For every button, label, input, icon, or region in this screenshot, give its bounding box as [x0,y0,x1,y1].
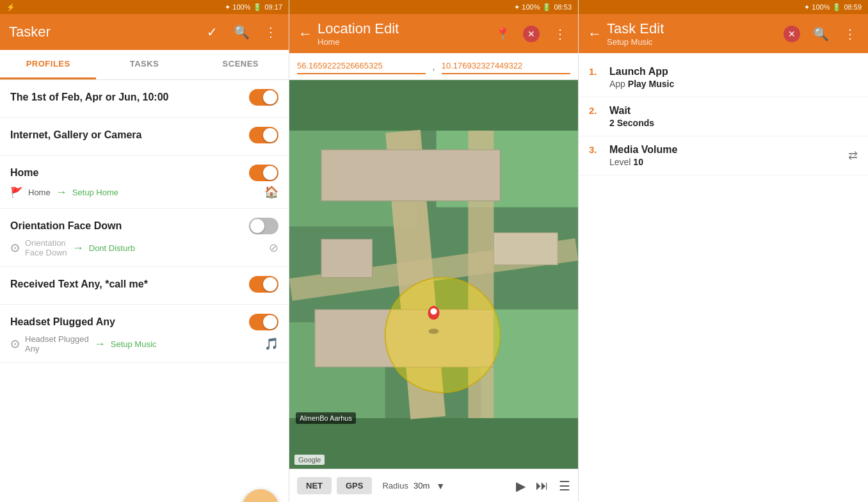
list-item[interactable]: 3. Media Volume Level 10 ⇄ [579,136,868,175]
profile-task: Setup Home [72,188,118,197]
list-item[interactable]: The 1st of Feb, Apr or Jun, 10:00 [0,80,289,118]
profile-task: Dont Disturb [89,243,135,253]
task-title-1: Launch App [609,66,858,77]
task-list: 1. Launch App App Play Music 2. Wait 2 S… [579,53,868,502]
more-icon-2[interactable]: ⋮ [551,25,569,43]
gps-button[interactable]: GPS [337,477,372,494]
task-app-bar: ← Task Edit Setup Music ✕ 🔍 ⋮ [579,14,868,53]
back-button-2[interactable]: ← [298,26,312,42]
toggle-2[interactable] [249,127,278,143]
fab-area: + [0,466,289,502]
tasker-app-bar: Tasker ✓ 🔍 ⋮ [0,14,289,50]
tab-profiles[interactable]: PROFILES [0,50,96,79]
battery-icon-3: 🔋 [832,3,841,12]
toggle-5[interactable] [249,276,278,293]
battery-icon-2: 🔋 [542,3,551,12]
radius-label: Radius [382,481,408,490]
list-item[interactable]: Orientation Face Down ⊙ OrientationFace … [0,209,289,267]
task-edit-title: Task Edit [607,20,784,37]
play-icon[interactable]: ▶ [516,478,526,494]
task-title-2: Wait [609,105,858,117]
status-bar-1: ⚡ ✦ 100% 🔋 09:17 [0,0,289,14]
radius-value: 30m [414,481,430,490]
list-item[interactable]: 2. Wait 2 Seconds [579,97,868,136]
task-edit-panel: ✦ 100% 🔋 08:59 ← Task Edit Setup Music ✕… [579,0,868,502]
task-title-3: Media Volume [609,144,840,156]
location-bottom-bar: NET GPS Radius 30m ▼ ▶ ⏭ ☰ [289,469,578,502]
tasker-title: Tasker [9,24,51,40]
svg-point-12 [385,277,501,393]
list-item[interactable]: Internet, Gallery or Camera [0,118,289,156]
check-icon[interactable]: ✓ [203,23,221,41]
more-icon-3[interactable]: ⋮ [841,25,859,43]
coords-bar: , [289,53,578,80]
svg-point-14 [431,308,437,314]
task-detail-2: 2 Seconds [609,118,858,128]
menu-task-icon[interactable]: ☰ [559,478,570,494]
list-item[interactable]: Received Text Any, *call me* [0,267,289,305]
headset-icon: ⊙ [10,337,20,351]
profile-condition: OrientationFace Down [25,238,67,257]
arrow-icon: → [56,186,67,199]
profile-name: Headset Plugged Any [10,316,249,328]
pin-icon[interactable]: 📍 [494,25,511,43]
toggle-1[interactable] [249,89,278,106]
svg-rect-11 [321,239,373,278]
list-item[interactable]: Home 🚩 Home → Setup Home 🏠 [0,156,289,209]
skip-icon[interactable]: ⏭ [536,478,549,493]
battery-icon-1: 🔋 [253,3,262,12]
back-button-3[interactable]: ← [588,26,602,42]
toggle-4[interactable] [249,218,278,234]
tab-bar: PROFILES TASKS SCENES [0,50,289,80]
more-icon-1[interactable]: ⋮ [262,23,280,41]
location-title: Location Edit [317,20,494,37]
location-edit-panel: ✦ 100% 🔋 08:53 ← Location Edit Home 📍 ✕ … [289,0,579,502]
svg-rect-8 [321,150,500,201]
radius-dropdown-icon[interactable]: ▼ [436,481,445,491]
lng-input[interactable] [442,58,570,74]
task-detail-1: App Play Music [609,79,858,89]
lat-input[interactable] [297,58,426,74]
tab-scenes[interactable]: SCENES [193,50,289,79]
profile-name: Received Text Any, *call me* [10,279,249,290]
coord-separator: , [431,58,436,74]
profile-task: Setup Music [111,339,157,349]
profile-list: The 1st of Feb, Apr or Jun, 10:00 Intern… [0,80,289,466]
toggle-6[interactable] [249,314,278,330]
tab-tasks[interactable]: TASKS [96,50,192,79]
location-subtitle: Home [317,37,494,47]
status-bar-3: ✦ 100% 🔋 08:59 [579,0,868,14]
arrow-icon: → [94,337,106,351]
cancel-icon: ⊘ [269,241,278,255]
list-item[interactable]: Headset Plugged Any ⊙ Headset PluggedAny… [0,305,289,363]
flag-icon: 🚩 [10,186,23,198]
map-view[interactable]: AlmenBo Aarhus Google [289,80,578,469]
fab-button[interactable]: + [243,489,278,502]
profile-condition: Headset PluggedAny [25,334,89,353]
close-icon-3[interactable]: ✕ [784,26,800,42]
search-icon-3[interactable]: 🔍 [812,25,830,43]
task-number-2: 2. [589,105,602,116]
task-edit-subtitle: Setup Music [607,37,784,47]
toggle-3[interactable] [249,165,278,181]
flash-icon: ⚡ [6,3,15,12]
svg-rect-10 [494,233,558,265]
list-item[interactable]: 1. Launch App App Play Music [579,58,868,97]
profile-name: The 1st of Feb, Apr or Jun, 10:00 [10,92,249,103]
search-icon-1[interactable]: 🔍 [232,23,250,41]
signal-text-1: ✦ 100% [225,3,250,12]
profile-condition: Home [28,188,51,197]
task-swap-icon: ⇄ [848,149,858,163]
home-icon: 🏠 [264,185,278,199]
profile-name: Home [10,167,249,179]
status-bar-2: ✦ 100% 🔋 08:53 [289,0,578,14]
map-svg [289,80,578,469]
google-label: Google [294,455,325,465]
time-1: 09:17 [264,3,282,11]
time-2: 08:53 [554,3,572,11]
map-location-label: AlmenBo Aarhus [296,412,356,424]
music-icon: 🎵 [264,337,278,351]
net-button[interactable]: NET [297,477,332,494]
close-icon-2[interactable]: ✕ [523,26,540,42]
profile-name: Orientation Face Down [10,220,249,232]
